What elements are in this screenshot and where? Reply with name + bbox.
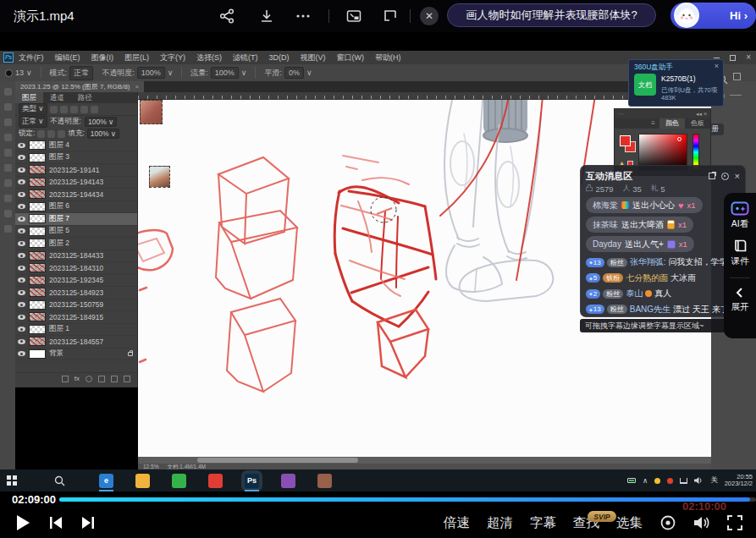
fullscreen-button[interactable] [727,515,742,530]
progress-bar[interactable] [59,497,756,502]
user-level-badge: 2 [586,289,600,299]
record-screen-icon[interactable] [659,514,676,531]
progress-fill [59,497,750,502]
taskbar-app-icon [317,474,332,488]
layer-name: 2023125-184433 [49,251,103,260]
popup-detail: 已传到U盘，共70项 483K [661,86,722,102]
tray-app-icon [654,478,660,484]
message-username: 张华翔弧: [630,256,666,268]
courseware-button[interactable]: 课件 [731,239,749,267]
layer-row: 背景 [15,349,137,361]
share-icon[interactable] [218,8,235,25]
play-button[interactable] [15,514,30,531]
viewers-icon: 人 [623,184,631,194]
zoom-level: 12.5% [143,464,158,469]
popup-close-icon: × [715,62,719,70]
layers-blend-row: 正常 ∨ 不透明度: 100% ∨ [15,116,137,128]
chat-title: 互动消息区 [586,170,632,183]
layer-visibility-eye-icon [18,290,25,295]
layer-row: 2023125-184310 [15,262,137,275]
layers-panel-tabs: 图层通道路径 [15,92,137,103]
layer-visibility-eye-icon [18,167,25,173]
picture-in-picture-icon[interactable] [345,8,362,25]
download-icon[interactable] [258,8,275,25]
document-icon: 文档 [634,74,656,96]
episodes-button[interactable]: 选集 [616,514,643,532]
close-question-icon[interactable]: ✕ [420,7,439,25]
sketch-pelvis-box [334,156,436,377]
viewers-count: 35 [632,184,642,194]
assistant-label: Hi › [730,9,748,22]
layer-thumbnail [29,349,46,359]
end-time: 02:10:00 [682,500,726,513]
chevron-left-icon [735,287,745,299]
ps-logo: Ps [3,52,14,63]
subtitle-drag-hint: 可拖拽字幕边缘调整字幕显示区域~ [580,319,746,332]
gift-count: x1 [679,239,687,249]
blend-mode: 正常 ∨ [19,116,47,128]
layers-opacity-label: 不透明度: [51,117,81,127]
popout-icon[interactable] [709,173,715,179]
layer-visibility-eye-icon [18,228,25,233]
chat-panel: 互动消息区 × 凸2579 人35 礼5 棉海棠 送出小心心 x1 [580,165,746,317]
layer-name: 图层 4 [49,140,69,151]
popup-filename: K2570B(1) [661,74,696,83]
layer-thumbnail [29,325,46,334]
ps-menu-item: 帮助(H) [375,52,401,63]
gift-count: x1 [687,200,696,210]
chat-message: 5 铁粉 七分熟的面 大冰雨 [586,272,740,284]
chat-header: 互动消息区 × [586,169,740,183]
ai-question-pill[interactable]: 画人物时如何理解并表现腰部体块? [447,3,656,27]
layer-thumbnail [29,227,46,236]
ai-watch-label: AI看 [731,218,748,230]
layer-thumbnail [29,251,46,261]
chat-message-list: 13 粉丝 张华翔弧: 问我支招，学学腰部体块 ☺ 5 铁粉 七分熟的面 大冰雨… [586,256,740,316]
taskbar-search-icon [54,475,65,486]
speed-button[interactable]: 倍速 [444,514,470,532]
layer-thumbnail [29,202,46,211]
layer-row: 2023125-184923 [15,287,137,299]
layer-row: 图层 3 [15,152,137,165]
chat-stats-row: 凸2579 人35 礼5 [586,183,740,195]
layer-visibility-eye-icon [18,217,25,222]
document-size: 文档:1.4M/1.4M [167,464,206,469]
layer-name: 2023125-19141 [49,166,100,174]
user-level-badge: 5 [586,273,600,283]
layer-thumbnail [29,140,46,150]
ai-watch-button[interactable]: AI看 [731,201,749,230]
fill-label: 填充: [68,129,84,139]
ps-menu-item: 图层(L) [124,52,149,63]
layer-row: 图层 5 [15,226,137,239]
previous-button[interactable] [49,516,63,530]
taskbar-app-icon [281,474,295,488]
layer-row: 2023125-184557 [15,336,137,349]
layers-panel-tab: 通道 [43,92,71,103]
gift-item-icon [678,200,684,211]
layers-filter-row: 类型 ∨ [15,103,137,116]
message-username: 泰山 [626,288,643,299]
layer-thumbnail [29,214,46,223]
layer-row: 图层 4 [15,140,137,152]
subtitle-button[interactable]: 字幕 [530,514,556,532]
gear-icon[interactable] [721,173,729,180]
layer-name: 图层 5 [49,226,69,236]
assistant-pill[interactable]: Hi › [670,3,756,29]
layers-opacity-value: 100% ∨ [85,117,117,127]
expand-button[interactable]: 展开 [731,287,749,313]
close-window-icon: × [746,53,751,62]
screencast-icon[interactable] [382,8,399,25]
layer-thumbnail [29,153,46,162]
quality-button[interactable]: 超清 [487,514,513,532]
next-button[interactable] [81,516,95,530]
volume-button[interactable] [693,515,710,530]
windows-taskbar: ePs ∧ 关 20:55 2023/12/2 [0,469,756,491]
taskbar-app-icon [208,474,223,488]
user-level-badge: 13 [586,305,604,314]
layer-thumbnail [29,337,46,346]
taskbar-app-icon: Ps [245,474,259,488]
layers-panel-tab: 图层 [15,92,43,103]
player-controls: 倍速 超清 字幕 查找 选集 [0,508,756,538]
close-chat-icon[interactable]: × [735,172,740,181]
color-panel-tab: 颜色 [659,118,685,129]
more-icon[interactable] [295,8,312,25]
